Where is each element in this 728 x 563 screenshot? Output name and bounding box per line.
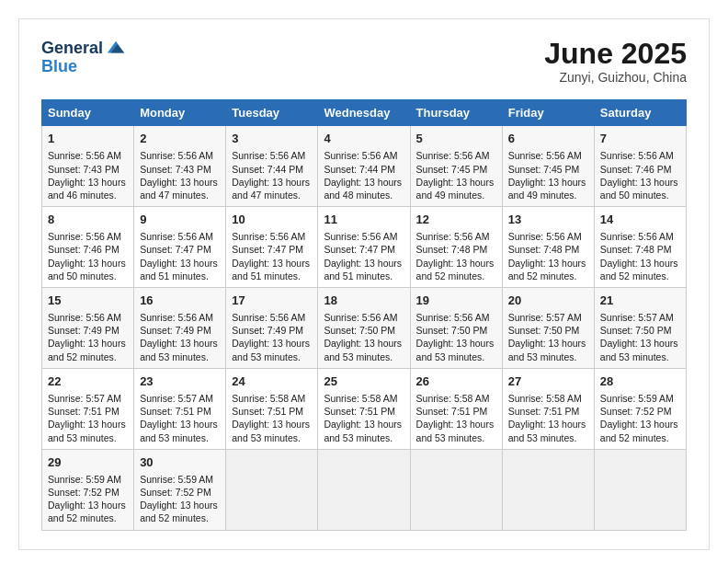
day-info-line: and 52 minutes. bbox=[48, 511, 128, 524]
day-info-line: Daylight: 13 hours bbox=[140, 257, 220, 270]
day-info-line: Sunset: 7:47 PM bbox=[324, 243, 404, 256]
day-info-line: and 53 minutes. bbox=[48, 431, 128, 444]
calendar-table: SundayMondayTuesdayWednesdayThursdayFrid… bbox=[41, 99, 687, 530]
day-info-line: Sunrise: 5:56 AM bbox=[600, 149, 680, 162]
day-info-line: and 51 minutes. bbox=[324, 270, 404, 282]
day-info-line: Sunset: 7:43 PM bbox=[140, 163, 220, 176]
day-info-line: Daylight: 13 hours bbox=[508, 257, 588, 270]
day-number: 17 bbox=[232, 293, 312, 309]
day-info-line: Sunrise: 5:56 AM bbox=[140, 311, 220, 324]
day-info-line: and 53 minutes. bbox=[600, 350, 680, 363]
day-info-line: Sunrise: 5:56 AM bbox=[48, 149, 128, 162]
day-info-line: Daylight: 13 hours bbox=[48, 337, 128, 350]
day-info-line: Sunrise: 5:56 AM bbox=[140, 230, 220, 243]
day-info-line: Daylight: 13 hours bbox=[416, 176, 496, 189]
day-number: 30 bbox=[140, 454, 220, 471]
day-cell: 5Sunrise: 5:56 AMSunset: 7:45 PMDaylight… bbox=[410, 126, 502, 207]
day-number: 6 bbox=[508, 131, 588, 147]
day-info-line: and 47 minutes. bbox=[232, 189, 312, 201]
day-cell bbox=[502, 449, 594, 530]
title-block: June 2025 Zunyi, Guizhou, China bbox=[544, 38, 687, 85]
day-number: 11 bbox=[324, 212, 404, 228]
day-info-line: and 53 minutes. bbox=[140, 350, 220, 363]
day-info-line: Sunset: 7:50 PM bbox=[324, 324, 404, 337]
day-info-line: and 52 minutes. bbox=[416, 270, 496, 282]
day-cell: 12Sunrise: 5:56 AMSunset: 7:48 PMDayligh… bbox=[410, 207, 502, 288]
day-info-line: Sunset: 7:48 PM bbox=[600, 243, 680, 256]
day-number: 4 bbox=[324, 131, 404, 147]
day-info-line: Sunset: 7:50 PM bbox=[416, 324, 496, 337]
day-info-line: Sunrise: 5:57 AM bbox=[600, 311, 680, 324]
day-info-line: Sunrise: 5:56 AM bbox=[232, 311, 312, 324]
calendar-page: General Blue June 2025 Zunyi, Guizhou, C… bbox=[18, 18, 710, 550]
day-info-line: Daylight: 13 hours bbox=[324, 176, 404, 189]
week-row-1: 1Sunrise: 5:56 AMSunset: 7:43 PMDaylight… bbox=[42, 126, 687, 207]
day-number: 1 bbox=[48, 131, 128, 147]
day-number: 20 bbox=[508, 293, 588, 309]
day-cell bbox=[594, 449, 686, 530]
day-info-line: and 53 minutes. bbox=[232, 350, 312, 363]
header: General Blue June 2025 Zunyi, Guizhou, C… bbox=[41, 38, 687, 85]
day-info-line: Sunrise: 5:56 AM bbox=[232, 149, 312, 162]
day-info-line: Daylight: 13 hours bbox=[48, 499, 128, 511]
day-number: 29 bbox=[48, 454, 128, 471]
day-info-line: and 49 minutes. bbox=[416, 189, 496, 201]
day-cell: 13Sunrise: 5:56 AMSunset: 7:48 PMDayligh… bbox=[502, 207, 594, 288]
day-cell: 10Sunrise: 5:56 AMSunset: 7:47 PMDayligh… bbox=[226, 207, 318, 288]
day-info-line: Sunrise: 5:58 AM bbox=[508, 392, 588, 405]
day-cell: 27Sunrise: 5:58 AMSunset: 7:51 PMDayligh… bbox=[502, 368, 594, 449]
day-info-line: Sunset: 7:46 PM bbox=[600, 163, 680, 176]
day-cell: 25Sunrise: 5:58 AMSunset: 7:51 PMDayligh… bbox=[318, 368, 410, 449]
day-info-line: Sunrise: 5:59 AM bbox=[600, 392, 680, 405]
day-cell: 20Sunrise: 5:57 AMSunset: 7:50 PMDayligh… bbox=[502, 287, 594, 368]
day-info-line: Daylight: 13 hours bbox=[232, 418, 312, 431]
day-cell: 9Sunrise: 5:56 AMSunset: 7:47 PMDaylight… bbox=[134, 207, 226, 288]
day-info-line: and 52 minutes. bbox=[600, 270, 680, 282]
header-cell-saturday: Saturday bbox=[594, 100, 686, 126]
day-cell: 21Sunrise: 5:57 AMSunset: 7:50 PMDayligh… bbox=[594, 287, 686, 368]
week-row-4: 22Sunrise: 5:57 AMSunset: 7:51 PMDayligh… bbox=[42, 368, 687, 449]
day-info-line: Daylight: 13 hours bbox=[140, 418, 220, 431]
day-info-line: Daylight: 13 hours bbox=[48, 418, 128, 431]
day-info-line: Sunrise: 5:58 AM bbox=[324, 392, 404, 405]
day-info-line: Daylight: 13 hours bbox=[140, 337, 220, 350]
day-info-line: Sunset: 7:47 PM bbox=[232, 243, 312, 256]
day-info-line: and 52 minutes. bbox=[140, 511, 220, 524]
day-info-line: Sunset: 7:51 PM bbox=[232, 405, 312, 418]
day-info-line: and 51 minutes. bbox=[140, 270, 220, 282]
day-info-line: and 53 minutes. bbox=[508, 431, 588, 444]
day-info-line: Daylight: 13 hours bbox=[416, 418, 496, 431]
day-info-line: Daylight: 13 hours bbox=[140, 176, 220, 189]
logo-blue: Blue bbox=[41, 58, 77, 75]
day-info-line: Sunrise: 5:56 AM bbox=[232, 230, 312, 243]
calendar-header: SundayMondayTuesdayWednesdayThursdayFrid… bbox=[42, 100, 687, 126]
day-info-line: Sunrise: 5:56 AM bbox=[48, 230, 128, 243]
day-cell: 4Sunrise: 5:56 AMSunset: 7:44 PMDaylight… bbox=[318, 126, 410, 207]
day-number: 27 bbox=[508, 373, 588, 390]
day-info-line: Sunset: 7:51 PM bbox=[140, 405, 220, 418]
day-number: 23 bbox=[140, 373, 220, 390]
header-row: SundayMondayTuesdayWednesdayThursdayFrid… bbox=[42, 100, 687, 126]
day-info-line: and 53 minutes. bbox=[416, 350, 496, 363]
day-number: 19 bbox=[416, 293, 496, 309]
day-number: 5 bbox=[416, 131, 496, 147]
day-info-line: Sunset: 7:51 PM bbox=[48, 405, 128, 418]
day-info-line: Sunset: 7:46 PM bbox=[48, 243, 128, 256]
day-info-line: and 53 minutes. bbox=[140, 431, 220, 444]
day-number: 21 bbox=[600, 293, 680, 309]
day-info-line: and 53 minutes. bbox=[508, 350, 588, 363]
day-cell bbox=[318, 449, 410, 530]
day-info-line: and 48 minutes. bbox=[324, 189, 404, 201]
day-info-line: Sunrise: 5:56 AM bbox=[416, 149, 496, 162]
day-info-line: and 50 minutes. bbox=[600, 189, 680, 201]
day-info-line: and 52 minutes. bbox=[508, 270, 588, 282]
day-info-line: Sunrise: 5:57 AM bbox=[48, 392, 128, 405]
day-info-line: and 52 minutes. bbox=[48, 350, 128, 363]
day-cell: 19Sunrise: 5:56 AMSunset: 7:50 PMDayligh… bbox=[410, 287, 502, 368]
day-number: 16 bbox=[140, 293, 220, 309]
day-info-line: Sunset: 7:52 PM bbox=[140, 486, 220, 499]
day-info-line: Sunset: 7:45 PM bbox=[508, 163, 588, 176]
day-info-line: and 53 minutes. bbox=[416, 431, 496, 444]
day-number: 2 bbox=[140, 131, 220, 147]
day-info-line: Daylight: 13 hours bbox=[324, 257, 404, 270]
